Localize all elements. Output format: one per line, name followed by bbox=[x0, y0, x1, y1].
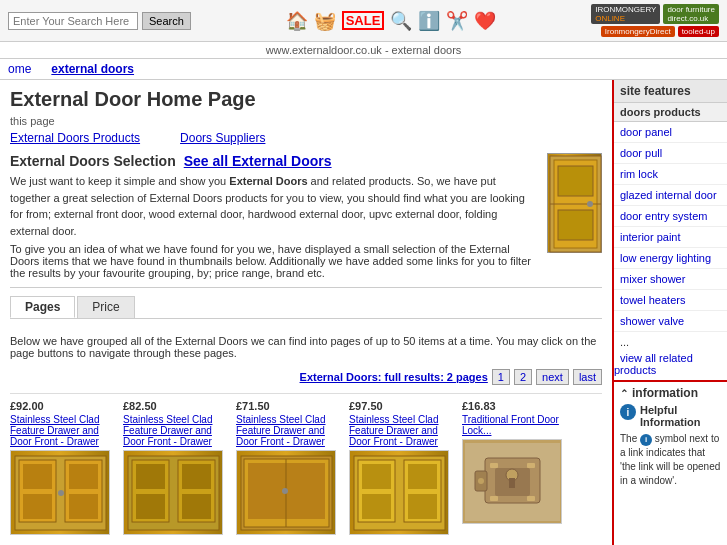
info-detail-text: The i symbol next to a link indicates th… bbox=[620, 432, 721, 488]
sidebar-item-door-entry-system[interactable]: door entry system bbox=[614, 206, 727, 227]
product-price: £16.83 bbox=[462, 400, 567, 412]
results-row: External Doors: full results: 2 pages 1 … bbox=[10, 369, 602, 385]
sidebar-item-shower-valve[interactable]: shower valve bbox=[614, 311, 727, 332]
product-price: £97.50 bbox=[349, 400, 454, 412]
svg-rect-31 bbox=[408, 464, 437, 489]
door-thumbnail-svg bbox=[548, 154, 603, 254]
search-button[interactable]: Search bbox=[142, 12, 191, 30]
sidebar-products-header: doors products bbox=[614, 103, 727, 122]
svg-rect-41 bbox=[527, 496, 535, 501]
site-url: www.externaldoor.co.uk - external doors bbox=[0, 42, 727, 59]
search-area: Search bbox=[8, 12, 191, 30]
selection-header: External Doors Selection See all Externa… bbox=[10, 153, 537, 169]
svg-rect-37 bbox=[509, 478, 515, 488]
sidebar-item-rim-lock[interactable]: rim lock bbox=[614, 164, 727, 185]
sidebar-item-low-energy-lighting[interactable]: low energy lighting bbox=[614, 248, 727, 269]
page-2-button[interactable]: 2 bbox=[514, 369, 532, 385]
svg-rect-19 bbox=[182, 464, 211, 489]
svg-rect-32 bbox=[408, 494, 437, 519]
svg-rect-3 bbox=[558, 166, 593, 196]
basket-icon[interactable]: 🧺 bbox=[314, 10, 336, 32]
sale-icon[interactable]: SALE bbox=[342, 11, 385, 30]
product-title-link[interactable]: Stainless Steel Clad Feature Drawer and … bbox=[10, 414, 100, 447]
pages-content: Below we have grouped all of the Externa… bbox=[10, 327, 602, 545]
door-image bbox=[547, 153, 602, 253]
svg-rect-40 bbox=[490, 496, 498, 501]
info-symbol: i bbox=[640, 434, 652, 446]
sidebar-item-towel-heaters[interactable]: towel heaters bbox=[614, 290, 727, 311]
home-icon[interactable]: 🏠 bbox=[286, 10, 308, 32]
svg-rect-39 bbox=[527, 463, 535, 468]
links-row: External Doors Products Doors Suppliers bbox=[10, 131, 602, 145]
search-icon[interactable]: 🔍 bbox=[390, 10, 412, 32]
tabs-row: Pages Price bbox=[10, 296, 602, 319]
svg-rect-38 bbox=[490, 463, 498, 468]
info-section: ⌃ information i Helpful Information The … bbox=[614, 380, 727, 492]
product-title-link[interactable]: Stainless Steel Clad Feature Drawer and … bbox=[236, 414, 326, 447]
product-price: £71.50 bbox=[236, 400, 341, 412]
products-row: £92.00 Stainless Steel Clad Feature Draw… bbox=[10, 393, 602, 538]
sidebar-item-glazed-internal-door[interactable]: glazed internal door bbox=[614, 185, 727, 206]
svg-point-5 bbox=[587, 201, 593, 207]
subtitle: this page bbox=[10, 115, 602, 127]
page-next-button[interactable]: next bbox=[536, 369, 569, 385]
breadcrumb-home[interactable]: ome bbox=[8, 62, 31, 76]
partner-logos: IRONMONGERYONLINE door furnituredirect.c… bbox=[591, 4, 719, 37]
svg-rect-18 bbox=[136, 494, 165, 519]
ironmongery-direct-logo[interactable]: IronmongeryDirect bbox=[601, 26, 675, 37]
ironmongery-logo[interactable]: IRONMONGERYONLINE bbox=[591, 4, 660, 24]
svg-rect-30 bbox=[362, 494, 391, 519]
breadcrumb-bar: ome external doors bbox=[0, 59, 727, 80]
tab-pages[interactable]: Pages bbox=[10, 296, 75, 318]
product-door-svg-2 bbox=[126, 454, 221, 532]
sidebar-item-mixer-shower[interactable]: mixer shower bbox=[614, 269, 727, 290]
product-door-svg-3 bbox=[239, 454, 334, 532]
door-furniture-logo[interactable]: door furnituredirect.co.uk bbox=[663, 4, 719, 24]
product-lock-svg bbox=[465, 443, 560, 521]
scissors-icon[interactable]: ✂️ bbox=[446, 10, 468, 32]
breadcrumb-external-doors[interactable]: external doors bbox=[51, 62, 134, 76]
sidebar-view-all[interactable]: view all related products bbox=[614, 348, 693, 380]
page-last-button[interactable]: last bbox=[573, 369, 602, 385]
selection-text-before: We just want to keep it simple and show … bbox=[10, 175, 229, 187]
page-1-button[interactable]: 1 bbox=[492, 369, 510, 385]
tooled-up-logo[interactable]: tooled-up bbox=[678, 26, 719, 37]
svg-rect-20 bbox=[182, 494, 211, 519]
see-all-link[interactable]: See all External Doors bbox=[184, 153, 332, 169]
product-title-link[interactable]: Stainless Steel Clad Feature Drawer and … bbox=[349, 414, 439, 447]
sidebar-item-interior-paint[interactable]: interior paint bbox=[614, 227, 727, 248]
svg-rect-10 bbox=[23, 494, 52, 519]
svg-rect-29 bbox=[362, 464, 391, 489]
tab-price[interactable]: Price bbox=[77, 296, 134, 318]
product-item: £16.83 Traditional Front Door Lock... bbox=[462, 400, 567, 538]
search-input[interactable] bbox=[8, 12, 138, 30]
info-detail-prefix: The bbox=[620, 433, 640, 444]
sidebar-item-door-pull[interactable]: door pull bbox=[614, 143, 727, 164]
selection-bold-text: External Doors bbox=[229, 175, 307, 187]
svg-rect-4 bbox=[558, 210, 593, 240]
svg-rect-11 bbox=[69, 464, 98, 489]
header: Search 🏠 🧺 SALE 🔍 ℹ️ ✂️ ❤️ IRONMONGERYON… bbox=[0, 0, 727, 42]
info-circle-icon: i bbox=[620, 404, 636, 420]
info-icon[interactable]: ℹ️ bbox=[418, 10, 440, 32]
pages-description: Below we have grouped all of the Externa… bbox=[10, 335, 602, 359]
info-header-label: information bbox=[632, 386, 698, 400]
product-thumbnail bbox=[10, 450, 110, 535]
external-doors-products-link[interactable]: External Doors Products bbox=[10, 131, 140, 145]
selection-text: We just want to keep it simple and show … bbox=[10, 173, 602, 239]
product-title-link[interactable]: Traditional Front Door Lock... bbox=[462, 414, 559, 436]
sidebar-item-door-panel[interactable]: door panel bbox=[614, 122, 727, 143]
heart-icon[interactable]: ❤️ bbox=[474, 10, 496, 32]
content: External Door Home Page this page Extern… bbox=[0, 80, 612, 545]
product-item: £97.50 Stainless Steel Clad Feature Draw… bbox=[349, 400, 454, 538]
product-title-link[interactable]: Stainless Steel Clad Feature Drawer and … bbox=[123, 414, 213, 447]
svg-rect-9 bbox=[23, 464, 52, 489]
svg-point-43 bbox=[478, 478, 484, 484]
product-price: £92.00 bbox=[10, 400, 115, 412]
doors-suppliers-link[interactable]: Doors Suppliers bbox=[180, 131, 265, 145]
product-item: £71.50 Stainless Steel Clad Feature Draw… bbox=[236, 400, 341, 538]
product-door-svg-4 bbox=[352, 454, 447, 532]
svg-rect-17 bbox=[136, 464, 165, 489]
product-thumbnail bbox=[123, 450, 223, 535]
product-item: £92.00 Stainless Steel Clad Feature Draw… bbox=[10, 400, 115, 538]
